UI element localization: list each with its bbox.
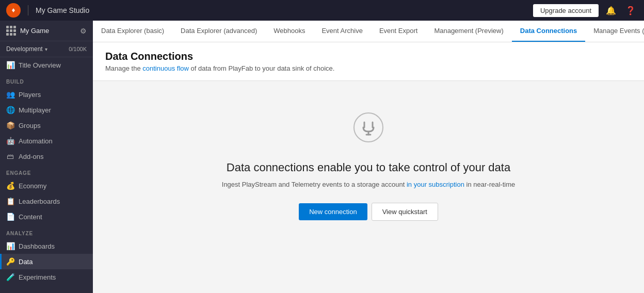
logo-icon	[6, 3, 21, 18]
env-count: 0/100K	[69, 46, 87, 52]
sidebar: My Game ⚙ Development ▾ 0/100K 📊 Title O…	[0, 21, 93, 293]
tabs-bar: Data Explorer (basic) Data Explorer (adv…	[93, 21, 644, 42]
page-title: Data Connections	[105, 51, 632, 62]
tab-manage-events-preview[interactable]: Manage Events (Preview)	[585, 21, 644, 42]
tab-data-explorer-basic[interactable]: Data Explorer (basic)	[93, 21, 172, 42]
svg-point-1	[354, 113, 383, 142]
tab-data-explorer-advanced[interactable]: Data Explorer (advanced)	[172, 21, 265, 42]
sidebar-item-title-overview[interactable]: 📊 Title Overview	[0, 57, 93, 73]
sidebar-item-economy[interactable]: 💰 Economy	[0, 178, 93, 193]
addons-icon: 🗃	[6, 152, 14, 160]
page-body: Data connections enable you to take cont…	[93, 81, 644, 293]
continuous-flow-link[interactable]: continuous flow	[142, 64, 189, 72]
action-buttons: New connection View quickstart	[299, 203, 438, 221]
env-label: Development	[6, 45, 43, 53]
chart-icon: 📊	[6, 61, 14, 69]
gear-icon[interactable]: ⚙	[80, 27, 87, 35]
new-connection-button[interactable]: New connection	[299, 203, 367, 220]
content-icon: 📄	[6, 213, 14, 221]
main-content: Data Explorer (basic) Data Explorer (adv…	[93, 21, 644, 293]
center-subtext: Ingest PlayStream and Telemetry events t…	[222, 181, 515, 188]
sidebar-item-dashboards[interactable]: 📊 Dashboards	[0, 238, 93, 254]
leaderboards-label: Leaderboards	[19, 198, 60, 205]
page-subtitle: Manage the continuous flow of data from …	[105, 64, 632, 72]
sidebar-item-leaderboards[interactable]: 📋 Leaderboards	[0, 193, 93, 209]
sidebar-item-addons[interactable]: 🗃 Add-ons	[0, 149, 93, 164]
sidebar-game-header: My Game ⚙	[0, 21, 93, 41]
automation-icon: 🤖	[6, 137, 14, 145]
sidebar-item-automation[interactable]: 🤖 Automation	[0, 133, 93, 149]
experiments-label: Experiments	[19, 273, 56, 281]
sidebar-game-name: My Game	[20, 27, 76, 35]
sidebar-item-experiments[interactable]: 🧪 Experiments	[0, 269, 93, 285]
bell-icon[interactable]: 🔔	[604, 4, 618, 18]
groups-icon: 📦	[6, 121, 14, 129]
sidebar-item-players[interactable]: 👥 Players	[0, 87, 93, 102]
chevron-down-icon: ▾	[45, 46, 47, 52]
experiments-icon: 🧪	[6, 273, 14, 281]
economy-label: Economy	[19, 182, 46, 190]
center-heading: Data connections enable you to take cont…	[227, 161, 510, 174]
grid-icon	[6, 26, 16, 36]
tab-webhooks[interactable]: Webhooks	[265, 21, 313, 42]
dashboards-label: Dashboards	[19, 242, 55, 250]
multiplayer-label: Multiplayer	[19, 106, 51, 114]
tab-data-connections[interactable]: Data Connections	[512, 21, 586, 42]
topbar-divider	[28, 5, 28, 15]
sidebar-env[interactable]: Development ▾ 0/100K	[0, 41, 93, 57]
subscription-link[interactable]: in your subscription	[407, 181, 464, 188]
players-label: Players	[19, 91, 41, 99]
data-label: Data	[19, 258, 33, 266]
content-label: Content	[19, 213, 42, 221]
upgrade-button[interactable]: Upgrade account	[533, 4, 599, 17]
economy-icon: 💰	[6, 182, 14, 190]
studio-name: My Game Studio	[36, 6, 89, 14]
sidebar-item-multiplayer[interactable]: 🌐 Multiplayer	[0, 102, 93, 118]
page-header: Data Connections Manage the continuous f…	[93, 42, 644, 81]
topbar: My Game Studio Upgrade account 🔔 ❓	[0, 0, 644, 21]
empty-state-panel: Data connections enable you to take cont…	[93, 81, 644, 252]
automation-label: Automation	[19, 137, 53, 145]
sidebar-item-content[interactable]: 📄 Content	[0, 209, 93, 224]
view-quickstart-button[interactable]: View quickstart	[372, 203, 438, 221]
section-label-build: BUILD	[0, 73, 93, 87]
title-overview-label: Title Overview	[19, 61, 61, 69]
section-label-engage: ENGAGE	[0, 164, 93, 178]
multiplayer-icon: 🌐	[6, 106, 14, 114]
sidebar-item-data[interactable]: 🔑 Data	[0, 254, 93, 269]
help-icon[interactable]: ❓	[623, 4, 638, 18]
tab-management-preview[interactable]: Management (Preview)	[426, 21, 511, 42]
section-label-analyze: ANALYZE	[0, 224, 93, 238]
plug-icon	[353, 112, 384, 149]
addons-label: Add-ons	[19, 153, 43, 160]
leaderboards-icon: 📋	[6, 197, 14, 205]
players-icon: 👥	[6, 90, 14, 99]
tab-event-export[interactable]: Event Export	[371, 21, 426, 42]
groups-label: Groups	[19, 122, 41, 129]
sidebar-item-groups[interactable]: 📦 Groups	[0, 118, 93, 133]
dashboards-icon: 📊	[6, 242, 14, 250]
data-icon: 🔑	[6, 257, 14, 266]
tab-event-archive[interactable]: Event Archive	[313, 21, 371, 42]
